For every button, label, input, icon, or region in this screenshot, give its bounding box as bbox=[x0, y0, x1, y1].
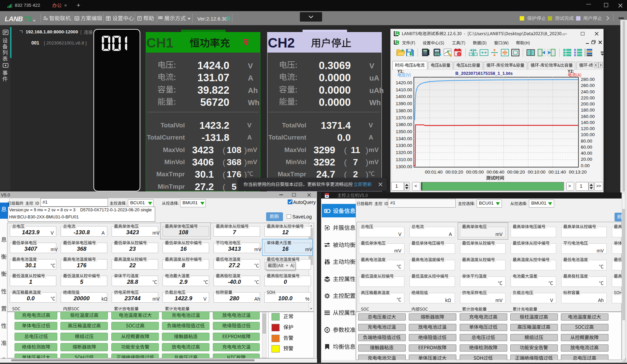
svg-text:i: i bbox=[459, 52, 459, 56]
